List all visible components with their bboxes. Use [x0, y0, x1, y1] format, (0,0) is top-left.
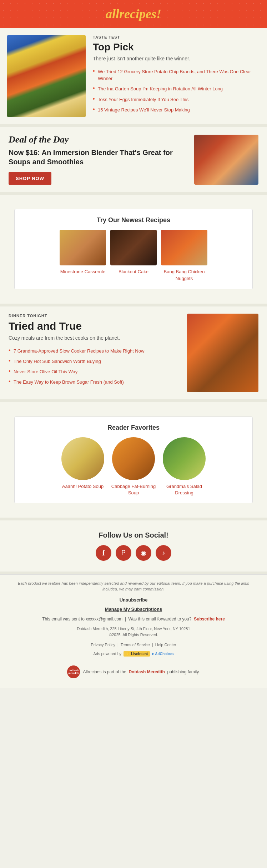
social-section: Follow Us on Social! f P ◉ ♪ — [0, 520, 267, 572]
address-line: Dotdash Meredith, 225 Liberty St, 4th Fl… — [14, 626, 253, 632]
dotdash-logo: dotdashmeredith — [67, 665, 80, 678]
tried-link-2[interactable]: The Only Hot Sub Sandwich Worth Buying — [14, 359, 101, 364]
subscribe-here-link[interactable]: Subscribe here — [194, 617, 225, 622]
divider-3 — [0, 304, 267, 306]
tried-content: DINNER TONIGHT Tried and True Cozy meals… — [9, 314, 180, 388]
footer-sent-info: This email was sent to xxxxxx@gmail.com … — [14, 617, 253, 622]
reader-favorites-wrapper: Reader Favorites Aaahh! Potato Soup Cabb… — [0, 402, 267, 518]
liveintent-badge: ⚡ LiveIntent — [124, 651, 150, 657]
tried-link-3[interactable]: Never Store Olive Oil This Way — [14, 369, 77, 374]
site-logo[interactable]: allrecipes! — [6, 6, 261, 21]
newest-recipes-heading: Try Our Newest Recipes — [22, 216, 245, 224]
site-header: allrecipes! — [0, 0, 267, 28]
instagram-icon[interactable]: ◉ — [136, 545, 151, 561]
taste-test-label: TASTE TEST — [93, 35, 260, 39]
dotdash-text: Allrecipes is part of the Dotdash Meredi… — [83, 669, 200, 674]
liveintent-icon: ⚡ — [126, 652, 130, 656]
recipe-link-2[interactable]: Blackout Cake — [119, 269, 148, 274]
fav-card-1: Aaahh! Potato Soup — [60, 437, 106, 496]
list-item: The Only Hot Sub Sandwich Worth Buying — [9, 356, 180, 366]
fav-card-3: Grandma's Salad Dressing — [161, 437, 207, 496]
copyright-line: ©2025. All Rights Reserved. — [14, 632, 253, 638]
divider-1 — [0, 124, 267, 127]
fav-link-3[interactable]: Grandma's Salad Dressing — [166, 484, 202, 495]
recipe-card-1: Minestrone Casserole — [60, 230, 106, 282]
help-center-link[interactable]: Help Center — [155, 643, 176, 647]
footer-disclaimer: Each product we feature has been indepen… — [14, 580, 253, 592]
footer-links: Privacy Policy | Terms of Service | Help… — [14, 643, 253, 647]
list-item: 7 Grandma-Approved Slow Cooker Recipes t… — [9, 346, 180, 356]
liveintent-text: LiveIntent — [131, 652, 148, 656]
unsubscribe-link[interactable]: Unsubscribe — [120, 597, 148, 603]
fav-link-2[interactable]: Cabbage Fat-Burning Soup — [111, 484, 156, 495]
recipe-link-3[interactable]: Bang Bang Chicken Nuggets — [164, 269, 205, 281]
facebook-icon[interactable]: f — [96, 545, 111, 561]
fav-link-1[interactable]: Aaahh! Potato Soup — [62, 484, 104, 489]
list-item: Never Store Olive Oil This Way — [9, 366, 180, 377]
privacy-policy-link[interactable]: Privacy Policy — [91, 643, 115, 647]
taste-test-links: We Tried 12 Grocery Store Potato Chip Br… — [93, 66, 260, 115]
taste-test-description: There just isn't another quite like the … — [93, 56, 260, 61]
divider-4 — [0, 399, 267, 402]
taste-test-heading: Top Pick — [93, 41, 260, 53]
tried-image — [187, 314, 258, 392]
tried-heading: Tried and True — [9, 320, 180, 332]
forwarded-text: Was this email forwarded to you? — [129, 617, 192, 622]
divider-5 — [0, 518, 267, 520]
footer-dotdash: dotdashmeredith Allrecipes is part of th… — [14, 661, 253, 683]
recipe-card-3: Bang Bang Chicken Nuggets — [161, 230, 207, 282]
footer: Each product we feature has been indepen… — [0, 574, 267, 688]
taste-test-content: TASTE TEST Top Pick There just isn't ano… — [93, 35, 260, 117]
reader-favorites-section: Reader Favorites Aaahh! Potato Soup Cabb… — [14, 416, 253, 503]
newest-recipes-wrapper: Try Our Newest Recipes Minestrone Casser… — [0, 195, 267, 304]
chips-image-placeholder — [7, 35, 86, 117]
newest-recipes-section: Try Our Newest Recipes Minestrone Casser… — [14, 209, 253, 289]
tiktok-icon[interactable]: ♪ — [156, 545, 171, 561]
list-item: We Tried 12 Grocery Store Potato Chip Br… — [93, 66, 260, 84]
dotdash-brand-link[interactable]: Dotdash Meredith — [129, 669, 165, 674]
social-icons-group: f P ◉ ♪ — [9, 545, 258, 561]
logo-exclamation: ! — [156, 7, 161, 21]
taste-test-link-1[interactable]: We Tried 12 Grocery Store Potato Chip Br… — [98, 69, 251, 81]
tried-link-1[interactable]: 7 Grandma-Approved Slow Cooker Recipes t… — [14, 348, 144, 354]
tried-links: 7 Grandma-Approved Slow Cooker Recipes t… — [9, 346, 180, 388]
footer-address: Dotdash Meredith, 225 Liberty St, 4th Fl… — [14, 626, 253, 638]
fav-card-2: Cabbage Fat-Burning Soup — [110, 437, 157, 496]
recipe-grid: Minestrone Casserole Blackout Cake Bang … — [22, 230, 245, 282]
pinterest-icon[interactable]: P — [116, 545, 131, 561]
deal-description: Now $16: An Immersion Blender That's Gre… — [9, 148, 187, 166]
list-item: Toss Your Eggs Immediately If You See Th… — [93, 94, 260, 105]
recipe-image-3 — [161, 230, 207, 265]
adchoices-badge: AdChoices — [152, 652, 173, 656]
deal-content: Deal of the Day Now $16: An Immersion Bl… — [9, 134, 187, 185]
sent-to-text: This email was sent to xxxxxx@gmail.com — [42, 617, 122, 622]
logo-text: allrecipes — [106, 7, 156, 21]
shop-now-button[interactable]: SHOP NOW — [9, 172, 51, 185]
taste-test-image — [7, 35, 86, 117]
recipe-image-2 — [110, 230, 157, 265]
taste-test-link-4[interactable]: 15 Vintage Recipes We'll Never Stop Maki… — [98, 107, 190, 113]
social-heading: Follow Us on Social! — [9, 531, 258, 539]
list-item: The Easy Way to Keep Brown Sugar Fresh (… — [9, 377, 180, 387]
tried-true-section: DINNER TONIGHT Tried and True Cozy meals… — [0, 306, 267, 399]
footer-ads: Ads powered by ⚡ LiveIntent AdChoices — [14, 651, 253, 657]
taste-test-link-2[interactable]: The Ina Garten Soup I'm Keeping in Rotat… — [98, 86, 223, 91]
fav-image-2 — [112, 437, 155, 480]
tried-link-4[interactable]: The Easy Way to Keep Brown Sugar Fresh (… — [14, 379, 124, 385]
taste-test-section: TASTE TEST Top Pick There just isn't ano… — [0, 28, 267, 124]
dotdash-prefix: Allrecipes is part of the — [83, 669, 126, 674]
recipe-link-1[interactable]: Minestrone Casserole — [60, 269, 105, 274]
fav-image-1 — [61, 437, 104, 480]
recipe-image-1 — [60, 230, 106, 265]
manage-subscriptions-link[interactable]: Manage My Subscriptions — [105, 607, 162, 612]
fav-image-3 — [163, 437, 206, 480]
terms-of-service-link[interactable]: Terms of Service — [121, 643, 150, 647]
tried-description: Cozy meals are from the best cooks on th… — [9, 335, 180, 341]
dotdash-suffix: publishing family. — [167, 669, 200, 674]
divider-2 — [0, 192, 267, 195]
tried-label: DINNER TONIGHT — [9, 314, 180, 318]
adchoices-text: AdChoices — [155, 652, 173, 656]
divider-6 — [0, 572, 267, 574]
taste-test-link-3[interactable]: Toss Your Eggs Immediately If You See Th… — [98, 97, 188, 102]
reader-favorites-heading: Reader Favorites — [22, 424, 245, 431]
